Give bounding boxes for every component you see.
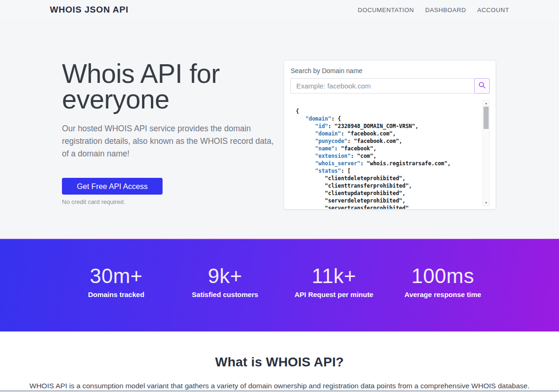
stat-label: Domains tracked bbox=[62, 291, 171, 298]
hero-copy: Whois API for everyone Our hosted WHOIS … bbox=[62, 60, 281, 205]
get-free-api-access-button[interactable]: Get Free API Access bbox=[62, 178, 163, 195]
hero-section: Whois API for everyone Our hosted WHOIS … bbox=[0, 20, 559, 239]
stat-value: 30m+ bbox=[62, 264, 171, 288]
section-description: WHOIS API is a consumption model variant… bbox=[0, 382, 559, 390]
scrollbar-thumb[interactable] bbox=[484, 107, 489, 129]
nav-link-dashboard[interactable]: DASHBOARD bbox=[425, 7, 466, 14]
stat-label: Satisfied customers bbox=[170, 291, 280, 298]
what-is-whois-section: What is WHOIS API? WHOIS API is a consum… bbox=[0, 331, 559, 390]
stat-label: Average response time bbox=[389, 291, 498, 298]
stats-row: 30m+ Domains tracked 9k+ Satisfied custo… bbox=[62, 264, 498, 306]
domain-search-card: Search by Domain name { "domain": { "id"… bbox=[284, 60, 496, 210]
domain-search-input[interactable] bbox=[290, 78, 474, 94]
stat-domains-tracked: 30m+ Domains tracked bbox=[62, 264, 171, 298]
search-button[interactable] bbox=[474, 78, 490, 94]
nav-link-account[interactable]: ACCOUNT bbox=[477, 7, 509, 14]
scroll-down-icon[interactable]: ▼ bbox=[484, 200, 488, 206]
hero-description: Our hosted WHOIS API service provides th… bbox=[62, 122, 276, 160]
stat-response-time: 100ms Average response time bbox=[389, 264, 498, 298]
nav-link-documentation[interactable]: DOCUMENTATION bbox=[358, 7, 414, 14]
scroll-up-icon[interactable]: ▲ bbox=[484, 101, 488, 106]
brand-logo[interactable]: WHOIS JSON API bbox=[50, 5, 129, 15]
code-scrollbar[interactable]: ▲ ▼ bbox=[483, 100, 490, 206]
stat-satisfied-customers: 9k+ Satisfied customers bbox=[170, 264, 280, 298]
search-icon bbox=[478, 81, 486, 90]
stat-value: 11k+ bbox=[280, 264, 389, 288]
nav-links: DOCUMENTATION DASHBOARD ACCOUNT bbox=[358, 7, 509, 14]
stats-band: 30m+ Domains tracked 9k+ Satisfied custo… bbox=[0, 239, 559, 331]
cta-note: No credit card required. bbox=[62, 198, 281, 205]
code-content: { "domain": { "id": "2320948_DOMAIN_COM-… bbox=[290, 100, 490, 209]
stat-api-requests: 11k+ API Request per minute bbox=[280, 264, 389, 298]
stat-label: API Request per minute bbox=[280, 291, 389, 298]
search-label: Search by Domain name bbox=[291, 67, 490, 74]
section-title: What is WHOIS API? bbox=[0, 355, 559, 370]
next-section-edge bbox=[0, 390, 559, 392]
json-response-preview: { "domain": { "id": "2320948_DOMAIN_COM-… bbox=[290, 100, 490, 209]
page-title: Whois API for everyone bbox=[62, 61, 281, 112]
top-nav: WHOIS JSON API DOCUMENTATION DASHBOARD A… bbox=[0, 0, 559, 20]
stat-value: 100ms bbox=[389, 264, 498, 288]
stat-value: 9k+ bbox=[170, 264, 280, 288]
search-row bbox=[290, 78, 490, 94]
